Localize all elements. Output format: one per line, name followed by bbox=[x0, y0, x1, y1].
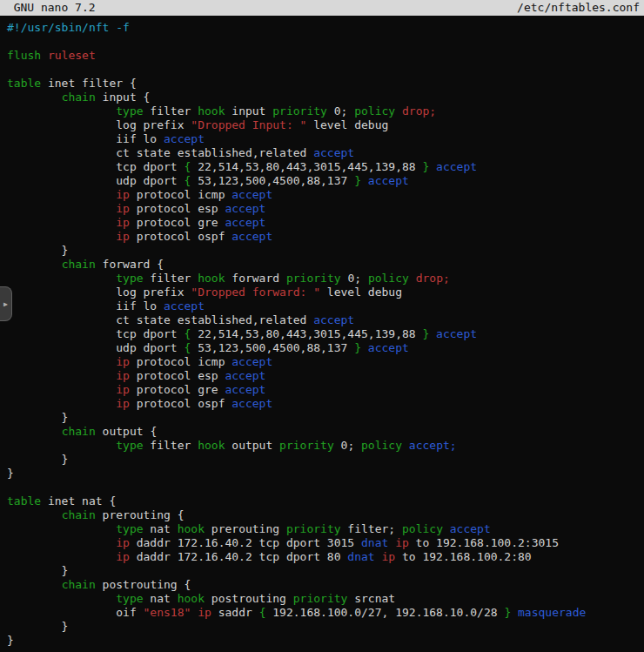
editor-line: ip protocol gre accept bbox=[7, 216, 644, 230]
editor-line: log prefix "Dropped forward: " level deb… bbox=[7, 286, 644, 299]
editor-line: flush ruleset bbox=[7, 49, 644, 63]
editor-line: } bbox=[7, 564, 644, 578]
editor-line bbox=[7, 481, 644, 494]
editor-line: ct state established,related accept bbox=[7, 313, 644, 327]
editor-line: tcp dport { 22,514,53,80,443,3015,445,13… bbox=[7, 327, 644, 341]
editor-line: table inet filter { bbox=[7, 77, 644, 91]
editor-line: ip protocol icmp accept bbox=[7, 355, 644, 369]
chevron-right-icon: ▶ bbox=[3, 300, 8, 308]
editor-line: chain postrouting { bbox=[7, 578, 644, 592]
editor-line: ip daddr 172.16.40.2 tcp dport 80 dnat i… bbox=[7, 550, 644, 564]
terminal-screen[interactable]: GNU nano 7.2 /etc/nftables.conf #!/usr/s… bbox=[0, 0, 644, 652]
editor-line: iif lo accept bbox=[7, 132, 644, 146]
editor-line: ip protocol ospf accept bbox=[7, 230, 644, 244]
editor-line: ip protocol esp accept bbox=[7, 202, 644, 216]
editor-line: } bbox=[7, 411, 644, 425]
editor-line: tcp dport { 22,514,53,80,443,3015,445,13… bbox=[7, 160, 644, 174]
file-path: /etc/nftables.conf bbox=[517, 0, 644, 16]
sidebar-handle[interactable]: ▶ bbox=[0, 286, 12, 321]
editor-line: chain prerouting { bbox=[7, 508, 644, 522]
editor-line: } bbox=[7, 453, 644, 467]
editor-line: ip protocol esp accept bbox=[7, 369, 644, 383]
editor-line: type filter hook input priority 0; polic… bbox=[7, 104, 644, 118]
editor-line: type filter hook forward priority 0; pol… bbox=[7, 272, 644, 286]
editor-line: } bbox=[7, 620, 644, 634]
editor-line: } bbox=[7, 244, 644, 258]
editor-line: table inet nat { bbox=[7, 494, 644, 508]
editor-line: } bbox=[7, 467, 644, 481]
editor-line: chain output { bbox=[7, 425, 644, 439]
editor-line: ip daddr 172.16.40.2 tcp dport 3015 dnat… bbox=[7, 536, 644, 550]
editor-line: ip protocol ospf accept bbox=[7, 397, 644, 411]
editor-line: chain input { bbox=[7, 91, 644, 104]
app-version: GNU nano 7.2 bbox=[0, 0, 96, 16]
editor-line: log prefix "Dropped Input: " level debug bbox=[7, 118, 644, 132]
editor-line: iif lo accept bbox=[7, 299, 644, 313]
editor-line: udp dport { 53,123,500,4500,88,137 } acc… bbox=[7, 341, 644, 355]
editor-line: ip protocol gre accept bbox=[7, 383, 644, 397]
editor-line: ip protocol icmp accept bbox=[7, 188, 644, 202]
nano-titlebar: GNU nano 7.2 /etc/nftables.conf bbox=[0, 0, 644, 16]
editor-line: type nat hook prerouting priority filter… bbox=[7, 522, 644, 536]
editor-line bbox=[7, 63, 644, 77]
editor-line: ct state established,related accept bbox=[7, 146, 644, 160]
editor-line: chain forward { bbox=[7, 258, 644, 272]
editor-line: udp dport { 53,123,500,4500,88,137 } acc… bbox=[7, 174, 644, 188]
editor-line: type filter hook output priority 0; poli… bbox=[7, 439, 644, 453]
editor-line: #!/usr/sbin/nft -f bbox=[7, 21, 644, 35]
editor-line bbox=[7, 35, 644, 49]
editor-line: } bbox=[7, 634, 644, 648]
editor-line: type nat hook postrouting priority srcna… bbox=[7, 592, 644, 606]
editor-line: oif "ens18" ip saddr { 192.168.100.0/27,… bbox=[7, 606, 644, 620]
editor-content[interactable]: #!/usr/sbin/nft -fflush rulesettable ine… bbox=[0, 16, 644, 648]
